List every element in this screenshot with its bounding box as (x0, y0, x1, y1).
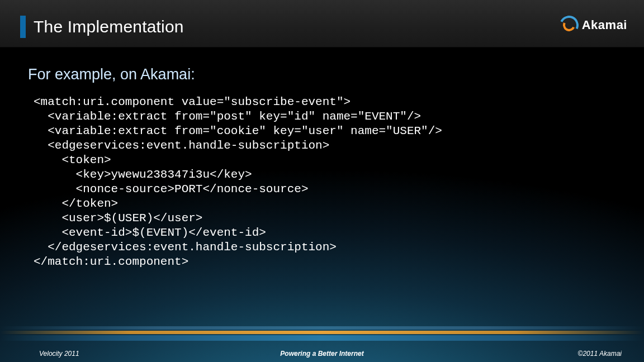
footer-center-text: Powering a Better Internet (280, 350, 363, 358)
code-block: <match:uri.component value="subscribe-ev… (34, 95, 622, 269)
slide: The Implementation Akamai For example, o… (0, 0, 644, 362)
akamai-logo: Akamai (560, 16, 627, 35)
slide-subtitle: For example, on Akamai: (28, 66, 195, 83)
akamai-logo-text: Akamai (582, 18, 627, 32)
footer-decorative-stripes (0, 326, 644, 345)
header-bar: The Implementation Akamai (0, 0, 644, 47)
slide-title: The Implementation (34, 17, 184, 36)
footer-left-text: Velocity 2011 (39, 350, 79, 358)
title-group: The Implementation (20, 16, 184, 38)
title-accent-bar (20, 16, 26, 38)
akamai-swirl-icon (560, 16, 579, 35)
footer-right-text: ©2011 Akamai (578, 350, 622, 358)
